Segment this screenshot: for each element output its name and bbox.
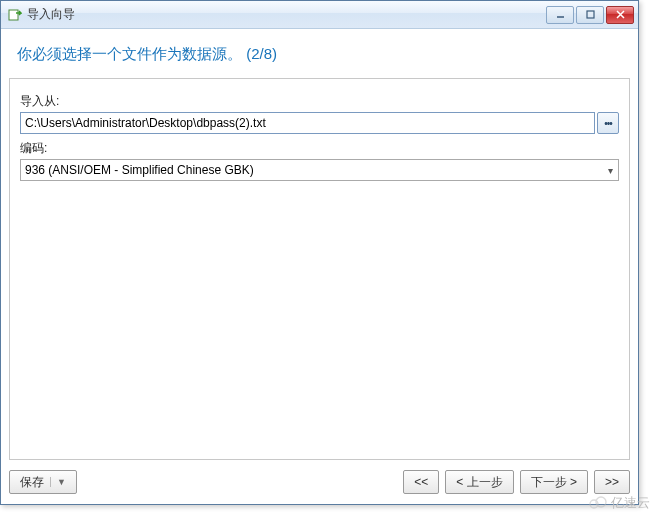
encoding-select[interactable]: 936 (ANSI/OEM - Simplified Chinese GBK) [20, 159, 619, 181]
app-icon [7, 7, 23, 23]
browse-button[interactable]: ••• [597, 112, 619, 134]
last-button[interactable]: >> [594, 470, 630, 494]
import-from-input[interactable] [20, 112, 595, 134]
svg-rect-2 [587, 11, 594, 18]
minimize-button[interactable] [546, 6, 574, 24]
encoding-value: 936 (ANSI/OEM - Simplified Chinese GBK) [25, 163, 254, 177]
page-heading: 你必须选择一个文件作为数据源。 (2/8) [9, 37, 630, 78]
save-button[interactable]: 保存 ▼ [9, 470, 77, 494]
import-from-label: 导入从: [20, 93, 619, 110]
maximize-button[interactable] [576, 6, 604, 24]
form-panel: 导入从: ••• 编码: 936 (ANSI/OEM - Simplified … [9, 78, 630, 460]
first-button[interactable]: << [403, 470, 439, 494]
encoding-label: 编码: [20, 140, 619, 157]
dropdown-icon: ▼ [50, 477, 66, 487]
window-title: 导入向导 [27, 6, 546, 23]
next-button[interactable]: 下一步 > [520, 470, 588, 494]
ellipsis-icon: ••• [604, 118, 612, 129]
close-button[interactable] [606, 6, 634, 24]
wizard-footer: 保存 ▼ << < 上一步 下一步 > >> [9, 468, 630, 496]
titlebar: 导入向导 [1, 1, 638, 29]
previous-button[interactable]: < 上一步 [445, 470, 513, 494]
svg-rect-0 [9, 10, 18, 20]
